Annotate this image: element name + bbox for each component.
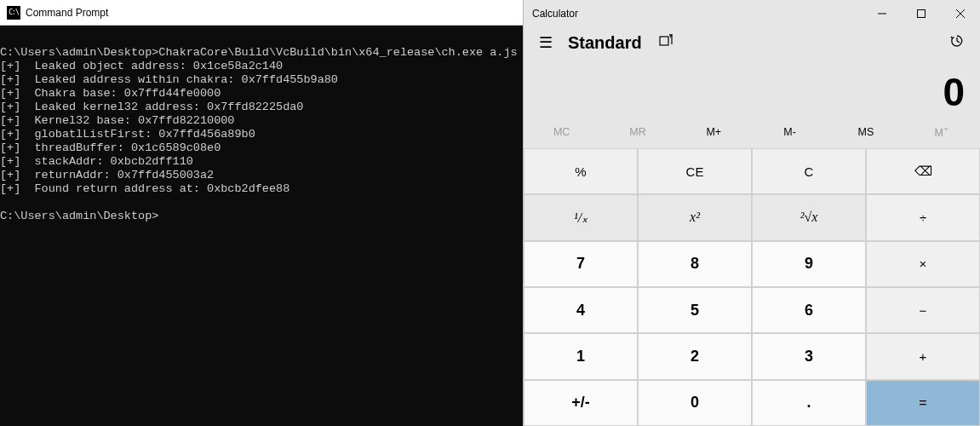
cmd-line: [+] returnAddr: 0x7ffd455003a2: [0, 169, 214, 181]
cmd-title: Command Prompt: [26, 7, 108, 19]
reciprocal-button[interactable]: ¹/ₓ: [524, 195, 637, 239]
cmd-icon: C:\: [7, 6, 20, 20]
calc-titlebar[interactable]: Calculator: [524, 0, 980, 27]
subtract-button[interactable]: −: [867, 288, 979, 332]
calc-title: Calculator: [532, 8, 863, 20]
history-svg: [949, 33, 965, 49]
cmd-line: [+] Leaked kernel32 address: 0x7ffd82225…: [0, 101, 303, 113]
divide-button[interactable]: ÷: [867, 195, 979, 239]
cmd-line: C:\Users\admin\Desktop>: [0, 210, 158, 222]
digit-3-button[interactable]: 3: [753, 334, 865, 378]
cmd-line: [+] Found return address at: 0xbcb2dfee8…: [0, 182, 289, 195]
add-button[interactable]: +: [867, 334, 979, 378]
backspace-button[interactable]: ⌫: [867, 149, 979, 193]
memory-add-button[interactable]: M+: [676, 126, 752, 148]
cmd-line: [+] Leaked address within chakra: 0x7ffd…: [0, 73, 338, 86]
calc-memory-row: MC MR M+ M- MS M˅: [524, 126, 980, 148]
square-button[interactable]: x²: [639, 195, 751, 239]
maximize-icon: [917, 9, 926, 18]
memory-store-button[interactable]: MS: [828, 126, 903, 148]
digit-5-button[interactable]: 5: [639, 288, 751, 332]
history-icon[interactable]: [949, 33, 965, 53]
digit-1-button[interactable]: 1: [524, 334, 637, 378]
cmd-line: [+] threadBuffer: 0x1c6589c08e0: [0, 141, 221, 154]
clear-entry-button[interactable]: CE: [639, 149, 751, 193]
digit-8-button[interactable]: 8: [639, 242, 751, 286]
sqrt-button[interactable]: ²√x: [753, 195, 865, 239]
calc-display: 0: [524, 58, 980, 126]
hamburger-icon[interactable]: ☰: [529, 33, 563, 52]
svg-rect-1: [918, 10, 926, 18]
memory-clear-button[interactable]: MC: [524, 126, 599, 148]
digit-9-button[interactable]: 9: [753, 242, 865, 286]
svg-rect-4: [660, 37, 668, 45]
command-prompt-window: C:\ Command Prompt C:\Users\admin\Deskto…: [0, 0, 523, 426]
cmd-line: [+] stackAddr: 0xbcb2dff110: [0, 155, 193, 168]
cmd-line: [+] Kernel32 base: 0x7ffd82210000: [0, 114, 234, 127]
cmd-line: [+] Leaked object address: 0x1ce58a2c140: [0, 60, 283, 72]
cmd-line: [+] Chakra base: 0x7ffd44fe0000: [0, 87, 221, 100]
calc-mode-label: Standard: [568, 33, 642, 53]
memory-recall-button[interactable]: MR: [599, 126, 675, 148]
digit-4-button[interactable]: 4: [524, 288, 637, 332]
cmd-body[interactable]: C:\Users\admin\Desktop>ChakraCore\Build\…: [0, 26, 523, 426]
minimize-button[interactable]: [863, 0, 902, 27]
digit-7-button[interactable]: 7: [524, 242, 637, 286]
keep-on-top-icon[interactable]: [659, 34, 673, 51]
percent-button[interactable]: %: [524, 149, 637, 193]
memory-subtract-button[interactable]: M-: [752, 126, 828, 148]
maximize-button[interactable]: [902, 0, 941, 27]
clear-button[interactable]: C: [753, 149, 865, 193]
calc-header: ☰ Standard: [524, 27, 980, 58]
cmd-line: [+] globatlListFirst: 0x7ffd456a89b0: [0, 128, 255, 141]
cmd-line: C:\Users\admin\Desktop>ChakraCore\Build\…: [0, 46, 518, 59]
minimize-icon: [878, 9, 886, 18]
decimal-button[interactable]: .: [753, 381, 865, 425]
cmd-titlebar[interactable]: C:\ Command Prompt: [0, 0, 523, 26]
multiply-button[interactable]: ×: [867, 242, 979, 286]
digit-2-button[interactable]: 2: [639, 334, 751, 378]
close-icon: [956, 9, 965, 18]
close-button[interactable]: [941, 0, 980, 27]
calc-keypad: % CE C ⌫ ¹/ₓ x² ²√x ÷ 7 8 9 × 4 5 6 − 1 …: [524, 148, 980, 426]
memory-list-button[interactable]: M˅: [904, 126, 980, 148]
equals-button[interactable]: =: [867, 381, 979, 425]
keep-on-top-svg: [659, 34, 673, 48]
negate-button[interactable]: +/-: [524, 381, 637, 425]
calculator-window: Calculator ☰ Standard 0 MC MR M+ M- MS M…: [523, 0, 980, 426]
digit-0-button[interactable]: 0: [639, 381, 751, 425]
digit-6-button[interactable]: 6: [753, 288, 865, 332]
